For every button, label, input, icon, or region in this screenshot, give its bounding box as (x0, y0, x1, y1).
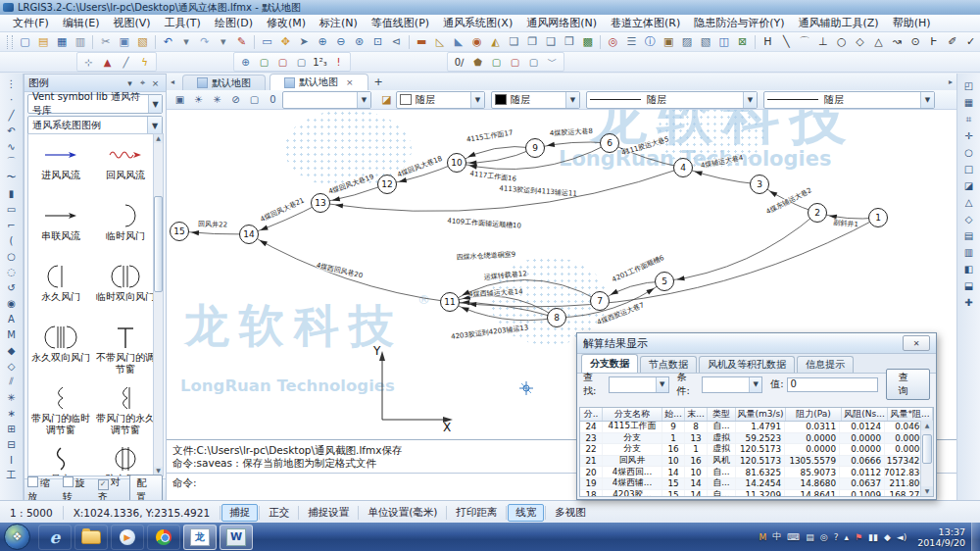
taskbar-chrome-icon[interactable] (147, 525, 180, 550)
menu-item-11[interactable]: 隐患防治与评价(Y) (687, 15, 791, 31)
draw-arc-icon[interactable]: ⌒ (796, 33, 814, 51)
column-header-5[interactable]: 风量(m3/s) (736, 408, 786, 421)
column-header-2[interactable]: 始... (662, 408, 685, 421)
right-tool-8-icon[interactable]: ◇ (960, 211, 978, 227)
sel-add-icon[interactable]: ▢ (255, 53, 273, 71)
scrollbar-thumb[interactable] (922, 434, 932, 464)
table-row[interactable]: 184203胶...1514自...11.320914.86410.100916… (580, 490, 933, 497)
taskbar-mediaplayer-icon[interactable]: ▶ (111, 525, 144, 550)
draw-perp-icon[interactable]: ⊥ (813, 33, 832, 51)
menu-item-1[interactable]: 编辑(E) (56, 15, 107, 31)
menu-item-8[interactable]: 通风系统图(X) (436, 15, 519, 31)
draw-ellipse-icon[interactable]: ◇ (851, 33, 869, 51)
menu-item-7[interactable]: 等值线图(P) (365, 15, 436, 31)
left-tool-6-icon[interactable]: 〜 (3, 170, 21, 185)
table-row[interactable]: 22分支161虚拟120.51730.00000.00000.0000 (580, 444, 933, 456)
menu-item-0[interactable]: 文件(F) (6, 15, 56, 31)
zoom-window-icon[interactable]: ▭ (258, 33, 276, 51)
column-header-8[interactable]: 风量*阻... (888, 408, 933, 421)
branch-edge-2-5[interactable] (664, 213, 817, 281)
tray-icon-7[interactable]: ⚑ (855, 532, 862, 542)
table-row[interactable]: 244115工作面98自...1.47910.03110.01240.0460 (580, 422, 933, 433)
table-scrollbar[interactable]: ▲ ▼ (920, 421, 933, 496)
tray-icon-2[interactable]: ⌨ (787, 532, 800, 542)
branch-edge-8-5[interactable] (557, 281, 664, 318)
dialog-close-button[interactable]: ✕ (903, 335, 930, 351)
menu-item-10[interactable]: 巷道立体图(R) (604, 15, 687, 31)
menu-item-2[interactable]: 视图(V) (106, 15, 157, 31)
tray-icon-4[interactable]: ◎ (820, 532, 828, 542)
right-tool-2-icon[interactable]: ⌗ (960, 111, 978, 127)
roadway-b-icon[interactable]: ◺ (431, 33, 450, 51)
object-c-icon[interactable]: ▣ (660, 33, 678, 51)
table-row[interactable]: 23分支113虚拟59.25230.00000.00000.0000 (580, 433, 933, 445)
branch-edge-8-11[interactable] (450, 302, 557, 321)
right-tool-6-icon[interactable]: ◪ (960, 177, 978, 194)
chevron-down-icon[interactable]: ▼ (148, 95, 162, 113)
left-tool-13-icon[interactable]: ↺ (3, 279, 21, 295)
left-tool-10-icon[interactable]: ( (3, 232, 21, 248)
legend-item-perm_double_door[interactable]: 永久双向风门 (28, 323, 93, 383)
legend-pin-icon[interactable]: ⌖ (136, 77, 149, 88)
left-tool-20-icon[interactable]: ✳ (3, 389, 21, 405)
table-row[interactable]: 204煤西回...1410自...81.632585.90730.0112701… (580, 467, 933, 478)
legend-item-window_no_door[interactable]: 不带风门的调节窗 (93, 323, 154, 383)
layer-d-icon[interactable]: ❒ (561, 33, 579, 51)
value-input[interactable]: 0 (787, 377, 878, 392)
style-combo-2[interactable]: 随层▼ (586, 91, 758, 109)
draw-spline-icon[interactable]: ↝ (888, 33, 906, 51)
left-tool-15-icon[interactable]: A (3, 311, 21, 326)
left-tool-14-icon[interactable]: ◉ (3, 295, 21, 311)
taskbar-lrgis-icon[interactable]: 龙 (183, 525, 217, 550)
left-tool-23-icon[interactable]: ⊟ (3, 436, 21, 452)
left-tool-18-icon[interactable]: ◇ (3, 358, 21, 374)
legend-item-air_curtain[interactable]: 风帘 (28, 444, 93, 476)
cut-icon[interactable]: ✂ (96, 33, 115, 51)
flag-tool-icon[interactable]: ▲ (98, 53, 117, 71)
left-tool-9-icon[interactable]: ⌐ (3, 217, 21, 232)
layer-lock-icon[interactable]: ⊘ (226, 91, 245, 109)
object-info-icon[interactable]: ⓘ (641, 33, 660, 51)
right-tool-10-icon[interactable]: ▥ (960, 244, 978, 261)
zoom-previous-icon[interactable]: ⊲ (387, 33, 406, 51)
layer-zero-icon[interactable]: 0 (264, 91, 282, 109)
legend-item-temp_double_door[interactable]: 临时双向风门 (93, 262, 154, 323)
tray-icon-9[interactable]: ◆ (884, 532, 891, 542)
column-header-4[interactable]: 类型 (708, 408, 736, 421)
match-properties-icon[interactable]: ◪ (377, 91, 396, 109)
open-file-icon[interactable]: ▤ (34, 33, 53, 51)
object-g-icon[interactable]: ⊠ (733, 33, 752, 51)
layer-c-icon[interactable]: ❑ (542, 33, 561, 51)
sel-region-icon[interactable]: ▢ (292, 53, 311, 71)
menu-item-9[interactable]: 通风网络图(N) (519, 15, 604, 31)
find-field-select[interactable]: ▼ (609, 376, 669, 393)
status-toggle-捕捉设置[interactable]: 捕捉设置 (300, 504, 357, 522)
right-tool-13-icon[interactable]: ✚ (960, 294, 978, 311)
marker-pin-icon[interactable]: ! (329, 53, 348, 71)
branch-data-table[interactable]: 分..分支名称始...末...类型风量(m3/s)阻力(Pa)风阻(Ns...风… (579, 407, 934, 497)
branch-edge-3-4[interactable] (683, 168, 760, 184)
object-b-icon[interactable]: ☰ (622, 33, 641, 51)
object-f-icon[interactable]: ◫ (714, 33, 733, 51)
legend-item-perm_door[interactable]: 永久风门 (28, 262, 93, 323)
redo-more-icon[interactable]: ▾ (214, 33, 232, 51)
undo-icon[interactable]: ↶ (159, 33, 177, 51)
status-toggle-正交[interactable]: 正交 (261, 504, 297, 522)
branch-edge-6-9[interactable] (535, 142, 610, 148)
legend-scrollbar[interactable]: ▲ ▼ (153, 133, 164, 476)
draw-circle-icon[interactable]: ○ (832, 33, 851, 51)
left-tool-7-icon[interactable]: ▮ (3, 185, 21, 201)
right-tool-3-icon[interactable]: ✛ (960, 127, 978, 144)
menu-item-6[interactable]: 标注(N) (313, 15, 365, 31)
object-d-icon[interactable]: ▨ (678, 33, 697, 51)
pan-icon[interactable]: ✥ (276, 33, 295, 51)
new-tab-button[interactable]: + (374, 75, 383, 88)
draw-dim-icon[interactable]: Ⱶ (925, 33, 944, 51)
print-icon[interactable]: ▥ (72, 33, 90, 51)
zoom-extent-icon[interactable]: ⊛ (350, 33, 368, 51)
left-tool-2-icon[interactable]: ╱ (3, 107, 21, 123)
layer-e-icon[interactable]: ▩ (578, 33, 597, 51)
tray-icon-3[interactable]: ▤ (806, 532, 814, 542)
legend-category-select[interactable]: 通风系统图图例 ▼ (27, 116, 163, 135)
right-tool-5-icon[interactable]: □ (960, 161, 978, 177)
